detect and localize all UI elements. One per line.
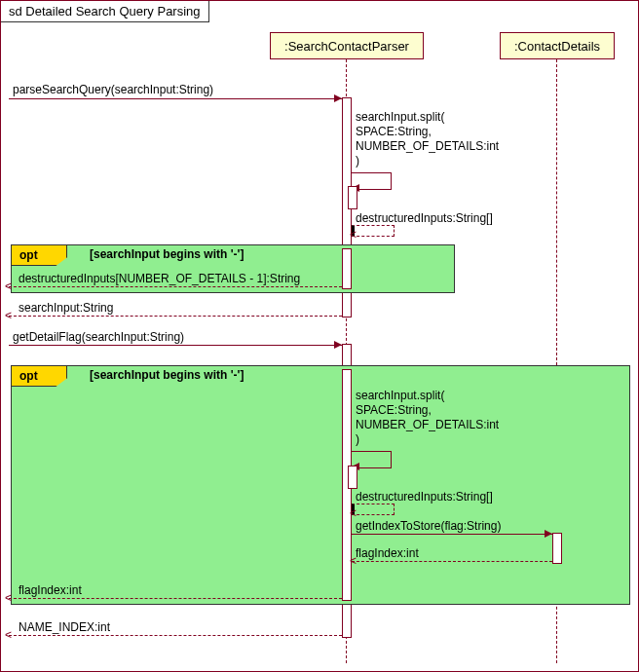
msg-flagindex-1: flagIndex:int [356, 546, 419, 561]
opt-guard: [searchInput begins with '-'] [90, 368, 244, 382]
activation-bar-nested [348, 466, 357, 489]
arrow-head [334, 94, 342, 102]
arrow-head: < [5, 312, 12, 319]
msg-destructured-index: destructuredInputs[NUMBER_OF_DETAILS - 1… [19, 272, 300, 286]
msg-getDetailFlag: getDetailFlag(searchInput:String) [13, 330, 184, 345]
activation-bar-cd [552, 533, 562, 564]
opt-guard: [searchInput begins with '-'] [90, 247, 244, 261]
activation-bar [342, 248, 352, 289]
msg-parseSearchQuery: parseSearchQuery(searchInput:String) [13, 83, 213, 97]
arrow-return [9, 598, 342, 599]
self-return [352, 225, 395, 237]
msg-getIndexToStore: getIndexToStore(flag:String) [356, 519, 501, 534]
participant-contactdetails: :ContactDetails [500, 32, 615, 59]
arrow-head: < [5, 282, 12, 290]
arrow-return [352, 561, 552, 562]
msg-split-2: searchInput.split( SPACE:String, NUMBER_… [356, 389, 499, 447]
activation-bar-nested [348, 186, 357, 209]
arrow-head: < [350, 509, 357, 517]
arrow-head [334, 341, 342, 349]
arrow [9, 98, 342, 99]
arrow [9, 345, 342, 346]
arrow [352, 534, 552, 535]
participant-searchcontactparser: :SearchContactParser [270, 32, 424, 59]
opt-tag: opt [11, 244, 67, 266]
self-return [352, 504, 395, 515]
msg-flagindex-2: flagIndex:int [19, 583, 82, 598]
arrow-head: < [5, 631, 12, 639]
arrow-head [545, 530, 552, 538]
arrow-head: < [5, 594, 12, 602]
msg-destructured-2: destructuredInputs:String[] [356, 490, 493, 504]
opt-fragment-2: opt [searchInput begins with '-'] [11, 365, 630, 605]
msg-destructured-1: destructuredInputs:String[] [356, 211, 493, 226]
arrow-return [9, 286, 342, 287]
arrow-head: < [350, 557, 357, 565]
msg-searchinput-return: searchInput:String [19, 301, 113, 316]
msg-nameindex: NAME_INDEX:int [19, 620, 110, 635]
msg-split-1: searchInput.split( SPACE:String, NUMBER_… [356, 110, 499, 168]
sequence-diagram: sd Detailed Search Query Parsing :Search… [0, 0, 639, 672]
arrow-return [9, 635, 342, 636]
diagram-title: sd Detailed Search Query Parsing [1, 1, 209, 22]
arrow-return [9, 316, 342, 317]
arrow-head: < [350, 231, 357, 239]
opt-tag: opt [11, 365, 67, 387]
